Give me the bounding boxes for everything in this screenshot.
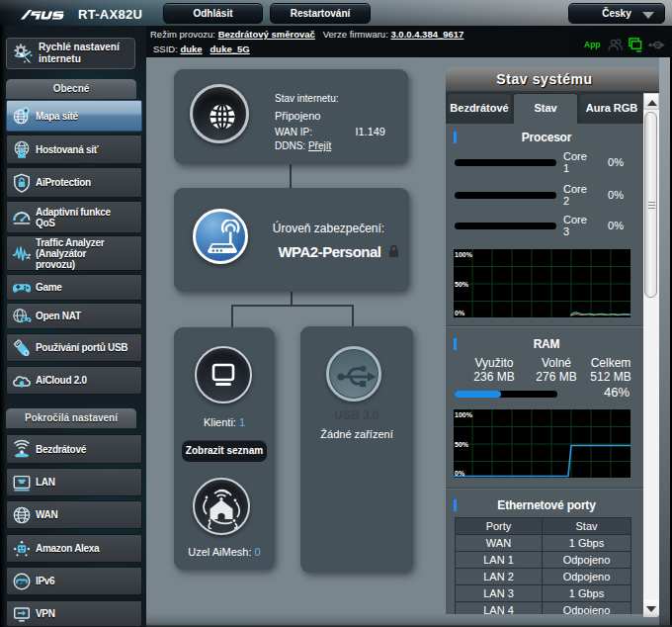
svg-text:0%: 0%	[455, 470, 465, 477]
svg-text:0%: 0%	[455, 310, 465, 316]
svg-text:50%: 50%	[455, 441, 469, 448]
svg-text:IPV6: IPV6	[18, 579, 27, 583]
svg-text:100%: 100%	[455, 411, 473, 418]
svg-text:50%: 50%	[455, 281, 469, 288]
svg-text:100%: 100%	[455, 251, 473, 258]
